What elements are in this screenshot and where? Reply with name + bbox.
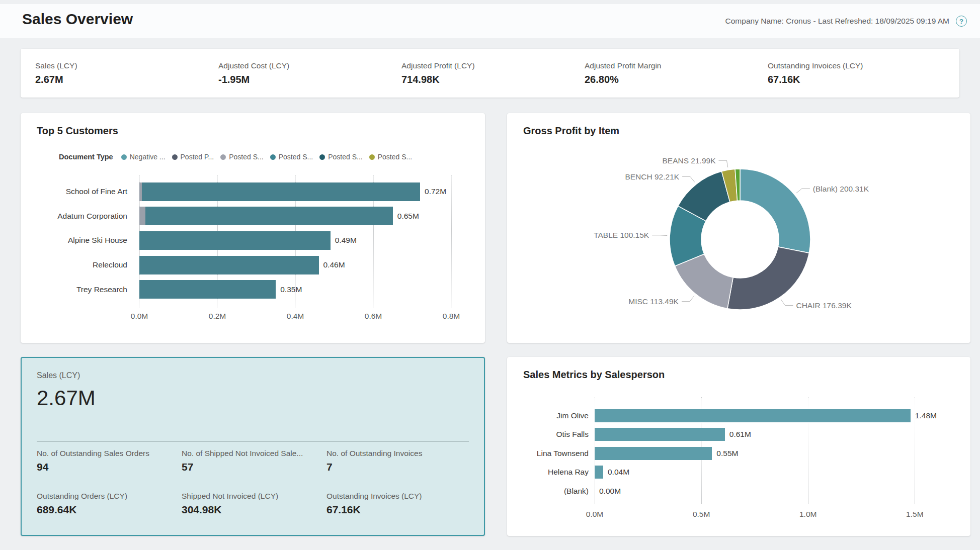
metric-cell[interactable]: Shipped Not Invoiced (LCY)304.98K: [182, 492, 326, 516]
bar-category-label: School of Fine Art: [37, 187, 139, 196]
gross-profit-panel: Gross Profit by Item (Blank) 200.31KCHAI…: [507, 113, 970, 343]
bar[interactable]: [595, 428, 725, 441]
bar[interactable]: [139, 207, 393, 225]
donut-slice-chair[interactable]: [727, 247, 809, 310]
x-axis: 0.0M0.5M1.0M1.5M: [595, 507, 954, 520]
bar[interactable]: [139, 280, 276, 299]
donut-label-line: [718, 160, 727, 167]
bar-plot: Jim Olive1.48MOtis Falls0.61MLina Townse…: [595, 406, 954, 501]
bar-value-label: 0.04M: [608, 468, 629, 477]
bar-segment: [145, 207, 393, 225]
metric-cell[interactable]: No. of Shipped Not Invoiced Sale...57: [182, 449, 326, 473]
legend-label: Negative ...: [130, 153, 166, 161]
divider: [37, 441, 469, 442]
top5-title: Top 5 Customers: [37, 125, 469, 137]
x-axis-tick: 0.0M: [586, 510, 603, 519]
bar-category-label: (Blank): [523, 487, 595, 496]
metric-cell[interactable]: No. of Outstanding Sales Orders94: [37, 449, 182, 473]
sales-card-title: Sales (LCY): [37, 371, 469, 380]
help-icon[interactable]: ?: [956, 16, 967, 27]
bar-value-label: 0.46M: [323, 260, 345, 269]
metric-cell[interactable]: Outstanding Orders (LCY)689.64K: [37, 492, 182, 516]
legend-swatch: [121, 154, 127, 160]
bar-row: Alpine Ski House0.49M: [139, 228, 469, 253]
bar[interactable]: [595, 409, 911, 422]
bar-row: Jim Olive1.48M: [595, 406, 954, 425]
kpi-item[interactable]: Outstanding Invoices (LCY)67.16K: [768, 61, 951, 85]
donut-slice--blank-[interactable]: [740, 169, 810, 253]
legend-item[interactable]: Posted S...: [270, 153, 313, 161]
bar-category-label: Relecloud: [37, 260, 139, 269]
bar[interactable]: [139, 256, 319, 274]
x-axis-tick: 0.4M: [287, 312, 304, 321]
legend-item[interactable]: Posted S...: [369, 153, 412, 161]
bar-segment: [595, 428, 725, 441]
legend-label: Posted S...: [229, 153, 263, 161]
donut-label-line: [682, 296, 694, 302]
bar[interactable]: [595, 466, 603, 479]
legend-item[interactable]: Posted S...: [220, 153, 263, 161]
top5-legend: Document Type Negative ...Posted P...Pos…: [59, 153, 469, 161]
legend-item[interactable]: Posted P...: [172, 153, 214, 161]
donut-label: CHAIR 176.39K: [796, 301, 852, 310]
bar-plot: School of Fine Art0.72MAdatum Corporatio…: [139, 179, 469, 302]
kpi-value: 2.67M: [35, 74, 218, 85]
x-axis: 0.0M0.2M0.4M0.6M0.8M: [139, 309, 469, 322]
kpi-item[interactable]: Sales (LCY)2.67M: [35, 61, 218, 85]
bar-category-label: Trey Research: [37, 285, 139, 294]
x-axis-tick: 0.5M: [693, 510, 710, 519]
kpi-item[interactable]: Adjusted Profit (LCY)714.98K: [401, 61, 585, 85]
bar-value-label: 0.49M: [335, 236, 357, 245]
donut-label: MISC 113.49K: [628, 297, 679, 306]
bar-row: Trey Research0.35M: [139, 277, 469, 302]
gross-profit-donut: (Blank) 200.31KCHAIR 176.39KMISC 113.49K…: [507, 113, 970, 343]
bar-segment: [595, 466, 603, 479]
legend-item[interactable]: Negative ...: [121, 153, 166, 161]
x-axis-tick: 0.2M: [209, 312, 226, 321]
legend-label: Posted S...: [378, 153, 412, 161]
bar-category-label: Alpine Ski House: [37, 236, 139, 245]
header-bar: Sales Overview Company Name: Cronus - La…: [0, 4, 980, 38]
legend-label: Posted S...: [328, 153, 362, 161]
bar[interactable]: [139, 182, 420, 201]
donut-label: BENCH 92.21K: [625, 172, 679, 181]
metric-label: Outstanding Invoices (LCY): [326, 492, 471, 501]
metric-cell[interactable]: Outstanding Invoices (LCY)67.16K: [326, 492, 471, 516]
salesperson-bar-chart: Jim Olive1.48MOtis Falls0.61MLina Townse…: [523, 406, 954, 520]
bar-segment: [595, 447, 712, 460]
bar-row: Adatum Corporation0.65M: [139, 204, 469, 229]
bar-row: Lina Townsend0.55M: [595, 444, 954, 463]
kpi-item[interactable]: Adjusted Cost (LCY)-1.95M: [218, 61, 401, 85]
x-axis-tick: 0.6M: [365, 312, 382, 321]
legend-swatch: [270, 154, 276, 160]
legend-swatch: [369, 154, 375, 160]
bar-row: Otis Falls0.61M: [595, 425, 954, 444]
bar-value-label: 0.00M: [599, 487, 621, 496]
x-axis-tick: 0.0M: [131, 312, 148, 321]
bar-category-label: Jim Olive: [523, 411, 595, 420]
x-axis-tick: 0.8M: [443, 312, 460, 321]
salesperson-title: Sales Metrics by Salesperson: [523, 369, 954, 381]
bar[interactable]: [595, 447, 712, 460]
metric-label: Shipped Not Invoiced (LCY): [182, 492, 326, 501]
bar[interactable]: [139, 231, 331, 250]
top5-customers-panel: Top 5 Customers Document Type Negative .…: [21, 113, 485, 343]
kpi-strip: Sales (LCY)2.67MAdjusted Cost (LCY)-1.95…: [21, 49, 959, 98]
bar-row: Helena Ray0.04M: [595, 463, 954, 482]
kpi-value: 714.98K: [401, 74, 585, 85]
metric-label: Outstanding Orders (LCY): [37, 492, 182, 501]
kpi-label: Sales (LCY): [35, 61, 218, 70]
sales-lcy-card[interactable]: Sales (LCY) 2.67M No. of Outstanding Sal…: [21, 357, 485, 536]
bar-segment: [139, 207, 145, 225]
metric-value: 94: [37, 461, 182, 473]
donut-label: (Blank) 200.31K: [813, 185, 869, 193]
bar-value-label: 0.55M: [716, 449, 738, 458]
bar-value-label: 0.65M: [397, 212, 419, 221]
kpi-item[interactable]: Adjusted Profit Margin26.80%: [585, 61, 768, 85]
metric-cell[interactable]: No. of Outstanding Invoices7: [326, 449, 471, 473]
legend-item[interactable]: Posted S...: [319, 153, 362, 161]
header-right: Company Name: Cronus - Last Refreshed: 1…: [725, 4, 967, 38]
bar-category-label: Adatum Corporation: [37, 212, 139, 221]
donut-label-line: [781, 300, 793, 306]
legend-swatch: [172, 154, 178, 160]
